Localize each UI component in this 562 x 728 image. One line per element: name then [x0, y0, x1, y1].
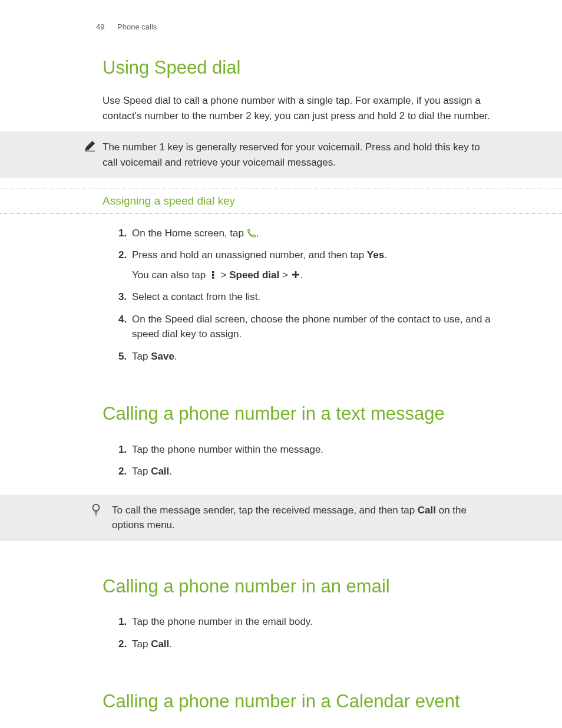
svg-rect-2 [212, 276, 214, 278]
heading-call-email: Calling a phone number in an email [0, 552, 562, 601]
list-item: Tap Call. [130, 462, 497, 484]
plus-icon [291, 269, 300, 278]
step-list: Tap the phone number in the email body. … [0, 612, 562, 656]
paragraph: Use Speed dial to call a phone number wi… [0, 93, 562, 123]
document-page: 49 Phone calls Using Speed dial Use Spee… [0, 0, 562, 728]
list-item: Tap Save. [130, 347, 497, 369]
phone-icon [247, 227, 256, 236]
subheading-assigning-speed-dial: Assigning a speed dial key [0, 189, 562, 214]
page-number: 49 [96, 22, 104, 31]
pencil-icon [84, 140, 97, 153]
svg-rect-1 [212, 274, 214, 275]
list-item: Tap the phone number within the message. [130, 440, 497, 462]
list-item: Select a contact from the list. [130, 287, 497, 309]
heading-using-speed-dial: Using Speed dial [0, 33, 562, 82]
chapter-title: Phone calls [117, 22, 157, 31]
list-item: On the Speed dial screen, choose the pho… [130, 309, 497, 347]
note-text: The number 1 key is generally reserved f… [103, 141, 480, 168]
note-box: The number 1 key is generally reserved f… [0, 131, 562, 178]
step-list: On the Home screen, tap . Press and hold… [0, 223, 562, 369]
sub-paragraph: You can also tap > Speed dial > . [132, 268, 497, 283]
page-header: 49 Phone calls [0, 0, 562, 33]
svg-rect-4 [292, 274, 299, 275]
list-item: Tap the phone number in the email body. [130, 612, 497, 634]
heading-call-calendar-event: Calling a phone number in a Calendar eve… [0, 667, 562, 716]
heading-call-text-message: Calling a phone number in a text message [0, 379, 562, 428]
lightbulb-icon [90, 503, 103, 516]
list-item: Press and hold an unassigned number, and… [130, 245, 497, 287]
svg-rect-0 [212, 271, 214, 273]
tip-box: To call the message sender, tap the rece… [0, 495, 562, 541]
svg-point-5 [93, 504, 100, 510]
list-item: Tap Call. [130, 634, 497, 657]
step-list: Tap the phone number within the message.… [0, 440, 562, 484]
list-item: On the Home screen, tap . [130, 223, 497, 246]
menu-dots-icon [209, 269, 218, 278]
